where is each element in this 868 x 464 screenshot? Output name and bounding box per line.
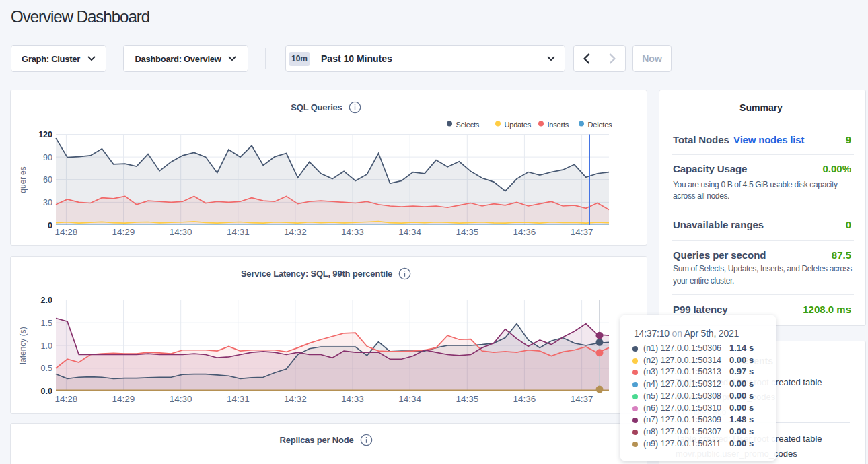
svg-text:14:35: 14:35 [456, 227, 478, 237]
svg-text:14:30: 14:30 [170, 394, 192, 404]
svg-text:Deletes: Deletes [588, 121, 613, 129]
svg-text:1.0: 1.0 [41, 341, 52, 351]
svg-text:30: 30 [43, 198, 52, 207]
svg-text:Updates: Updates [505, 121, 532, 129]
svg-text:14:32: 14:32 [284, 394, 307, 404]
svg-text:120: 120 [38, 130, 52, 139]
svg-text:14:32: 14:32 [284, 227, 307, 237]
svg-text:queries: queries [18, 166, 28, 193]
svg-text:14:36: 14:36 [513, 227, 536, 237]
svg-text:14:31: 14:31 [227, 227, 250, 237]
svg-text:14:28: 14:28 [55, 394, 78, 404]
svg-text:14:35: 14:35 [456, 394, 478, 404]
svg-text:Inserts: Inserts [548, 121, 569, 129]
svg-text:1.5: 1.5 [41, 319, 52, 328]
svg-text:14:34: 14:34 [398, 394, 421, 404]
svg-text:14:33: 14:33 [341, 227, 364, 237]
svg-text:14:37: 14:37 [571, 227, 593, 237]
svg-text:14:31: 14:31 [227, 394, 250, 404]
svg-text:14:33: 14:33 [341, 394, 364, 404]
svg-text:2.0: 2.0 [41, 296, 52, 305]
svg-text:14:28: 14:28 [55, 227, 78, 237]
svg-text:latency (s): latency (s) [18, 327, 28, 364]
svg-text:0.5: 0.5 [41, 364, 52, 373]
svg-text:Selects: Selects [456, 121, 480, 129]
svg-text:14:29: 14:29 [112, 394, 135, 404]
svg-text:14:37: 14:37 [571, 394, 593, 404]
svg-text:14:36: 14:36 [513, 394, 536, 404]
svg-text:0.0: 0.0 [41, 387, 52, 396]
svg-text:14:30: 14:30 [170, 227, 192, 237]
svg-text:14:29: 14:29 [112, 227, 135, 237]
svg-text:0: 0 [48, 221, 52, 230]
svg-text:60: 60 [43, 175, 52, 185]
svg-text:90: 90 [43, 153, 52, 162]
svg-text:14:34: 14:34 [398, 227, 421, 237]
